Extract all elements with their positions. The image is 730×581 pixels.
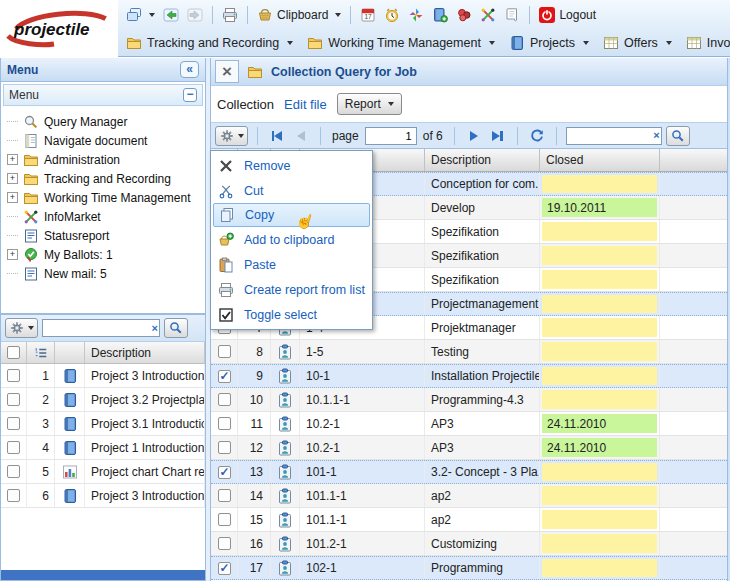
- forward-button[interactable]: [183, 5, 207, 25]
- expand-icon[interactable]: +: [7, 173, 18, 184]
- row-checkbox[interactable]: [7, 465, 20, 478]
- row-checkbox[interactable]: [218, 489, 231, 502]
- sidebar-item-working-time-management[interactable]: +Working Time Management: [1, 188, 205, 207]
- paste-icon: [217, 257, 235, 273]
- row-checkbox[interactable]: [218, 417, 231, 430]
- expand-icon[interactable]: +: [7, 192, 18, 203]
- sidebar-item-query-manager[interactable]: Query Manager: [1, 112, 205, 131]
- row-checkbox[interactable]: [218, 370, 231, 383]
- sidebar-item-tracking-and-recording[interactable]: +Tracking and Recording: [1, 169, 205, 188]
- nav-menu-working-time-management[interactable]: Working Time Management: [307, 35, 495, 51]
- alarm-clock-button[interactable]: [380, 5, 404, 25]
- row-checkbox[interactable]: [7, 369, 20, 382]
- row-checkbox[interactable]: [218, 345, 231, 358]
- row-checkbox[interactable]: [218, 466, 231, 479]
- project-list-rows: 1Project 3 Introduction Pro2Project 3.2 …: [1, 364, 205, 508]
- menu-item-remove[interactable]: Remove: [213, 153, 370, 178]
- project-search-button[interactable]: [164, 318, 188, 338]
- sidebar-item-infomarket[interactable]: InfoMarket: [1, 207, 205, 226]
- list-item[interactable]: 6Project 3 Introduction Pro: [1, 484, 205, 508]
- sidebar-item-navigate-document[interactable]: Navigate document: [1, 131, 205, 150]
- clipboard-button[interactable]: Clipboard: [253, 5, 345, 25]
- row-checkbox[interactable]: [218, 513, 231, 526]
- pagination-toolbar: page of 6 ×: [211, 122, 727, 149]
- description-header-cell[interactable]: Description: [425, 149, 540, 171]
- table-row[interactable]: 15101.1-1ap2: [211, 508, 727, 532]
- table-search-input[interactable]: [566, 127, 662, 145]
- close-tab-button[interactable]: ×: [215, 60, 239, 83]
- row-checkbox-cell: [1, 388, 27, 411]
- list-item[interactable]: 1Project 3 Introduction Pro: [1, 364, 205, 388]
- sidebar-collapse-button[interactable]: «: [180, 61, 199, 78]
- logout-button[interactable]: Logout: [535, 5, 600, 25]
- table-row[interactable]: 1210.2-1AP324.11.2010: [211, 436, 727, 460]
- nav-menu-projects[interactable]: Projects: [509, 35, 589, 51]
- menu-item-add-to-clipboard[interactable]: Add to clipboard: [213, 227, 370, 252]
- back-button[interactable]: [159, 5, 183, 25]
- table-row[interactable]: 910-1Installation Projectile: [211, 364, 727, 388]
- sidebar-item-my-ballots-1[interactable]: +My Ballots: 1: [1, 245, 205, 264]
- edit-file-link[interactable]: Edit file: [284, 97, 327, 112]
- table-row[interactable]: 16101.2-1Customizing: [211, 532, 727, 556]
- table-row[interactable]: 1010.1.1-1Programming-4.3: [211, 388, 727, 412]
- menu-item-paste[interactable]: Paste: [213, 252, 370, 277]
- expand-icon[interactable]: +: [7, 249, 18, 260]
- infomarket-button[interactable]: [476, 5, 500, 25]
- shapes-button[interactable]: [452, 5, 476, 25]
- clear-search-icon[interactable]: ×: [152, 323, 158, 334]
- table-actions-button[interactable]: [215, 126, 248, 146]
- row-number-header-cell[interactable]: [27, 342, 55, 363]
- row-checkbox[interactable]: [7, 489, 20, 502]
- description-header-cell[interactable]: Description: [85, 342, 205, 363]
- sidebar-item-statusreport[interactable]: Statusreport: [1, 226, 205, 245]
- row-checkbox[interactable]: [218, 393, 231, 406]
- row-checkbox[interactable]: [218, 537, 231, 550]
- next-page-button[interactable]: [464, 126, 484, 146]
- table-row[interactable]: 1110.2-1AP324.11.2010: [211, 412, 727, 436]
- nav-menu-invoices[interactable]: Invoices: [686, 35, 730, 51]
- expand-icon[interactable]: +: [7, 154, 18, 165]
- table-row[interactable]: 14101.1-1ap2: [211, 484, 727, 508]
- report-button[interactable]: Report: [337, 93, 402, 115]
- menu-item-copy[interactable]: Copy☝: [213, 203, 370, 227]
- list-item[interactable]: 5Project chart Chart result: [1, 460, 205, 484]
- table-search-button[interactable]: [666, 126, 690, 146]
- sidebar-item-administration[interactable]: +Administration: [1, 150, 205, 169]
- list-item[interactable]: 3Project 3.1 Introduction A: [1, 412, 205, 436]
- refresh-button[interactable]: [527, 126, 547, 146]
- previous-page-button[interactable]: [291, 126, 311, 146]
- nav-menu-tracking-and-recording[interactable]: Tracking and Recording: [126, 35, 293, 51]
- window-stack-button[interactable]: [122, 5, 159, 25]
- clear-search-icon[interactable]: ×: [653, 130, 659, 141]
- list-item[interactable]: 4Project 1 Introduction Pro: [1, 436, 205, 460]
- calendar-button[interactable]: 17: [356, 5, 380, 25]
- sidebar-panel-header: Menu «: [1, 58, 205, 82]
- table-row[interactable]: 13101-13.2- Concept - 3 Pla...: [211, 460, 727, 484]
- scroll-button[interactable]: [500, 5, 524, 25]
- table-row[interactable]: 17102-1Programming: [211, 556, 727, 580]
- row-checkbox[interactable]: [7, 417, 20, 430]
- pinwheel-button[interactable]: [404, 5, 428, 25]
- first-page-button[interactable]: [267, 126, 287, 146]
- row-checkbox[interactable]: [7, 441, 20, 454]
- project-search-input[interactable]: [42, 319, 160, 337]
- chevron-down-icon: [388, 102, 394, 106]
- print-button[interactable]: [218, 5, 242, 25]
- list-actions-button[interactable]: [5, 318, 38, 338]
- nav-menu-offers[interactable]: Offers: [603, 35, 672, 51]
- sidebar-item-new-mail-5[interactable]: New mail: 5: [1, 264, 205, 283]
- row-checkbox[interactable]: [7, 393, 20, 406]
- menu-item-create-report-from-list[interactable]: Create report from list: [213, 277, 370, 302]
- select-all-checkbox[interactable]: [7, 346, 20, 359]
- list-item[interactable]: 2Project 3.2 Projectplannin: [1, 388, 205, 412]
- row-checkbox[interactable]: [218, 441, 231, 454]
- closed-header-cell[interactable]: Closed: [540, 149, 660, 171]
- menu-item-toggle-select[interactable]: Toggle select: [213, 302, 370, 327]
- menu-item-cut[interactable]: Cut: [213, 178, 370, 203]
- row-checkbox[interactable]: [218, 562, 231, 575]
- book-add-button[interactable]: [428, 5, 452, 25]
- menu-minimize-button[interactable]: −: [183, 88, 197, 102]
- last-page-button[interactable]: [488, 126, 508, 146]
- page-number-input[interactable]: [365, 127, 417, 145]
- table-row[interactable]: 81-5Testing: [211, 340, 727, 364]
